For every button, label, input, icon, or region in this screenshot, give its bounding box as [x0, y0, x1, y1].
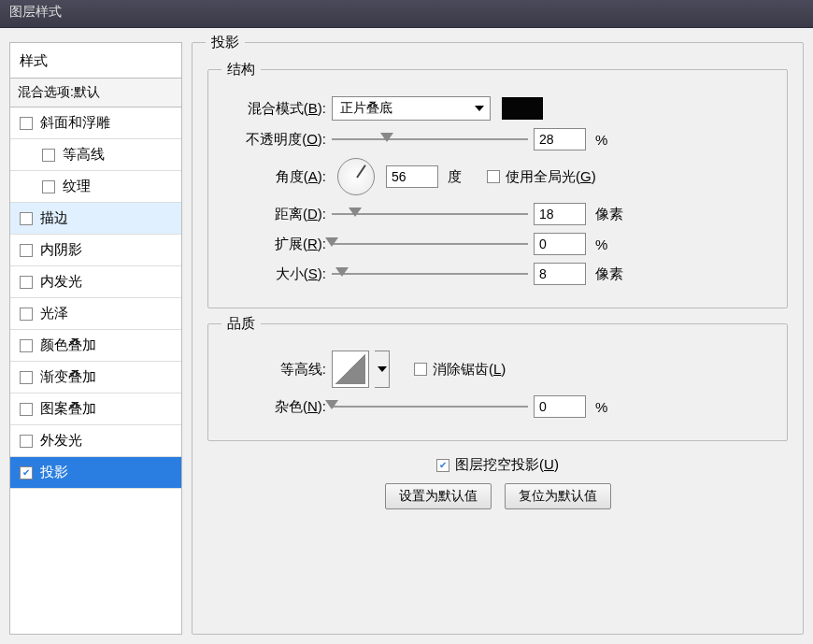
structure-group: 结构 混合模式(B): 正片叠底 不透明度(O):	[207, 69, 788, 308]
style-item-label: 颜色叠加	[40, 336, 96, 354]
spread-unit: %	[595, 236, 629, 252]
distance-unit: 像素	[595, 206, 629, 223]
chevron-down-icon	[378, 366, 387, 372]
style-item[interactable]: 内发光	[10, 266, 181, 298]
slider-thumb[interactable]	[380, 133, 393, 142]
style-item[interactable]: 投影	[10, 457, 181, 489]
style-item-label: 斜面和浮雕	[40, 114, 110, 132]
checkbox-icon	[414, 363, 427, 376]
checkbox-icon[interactable]	[20, 403, 33, 416]
dialog-body: 样式 混合选项:默认 斜面和浮雕等高线纹理描边内阴影内发光光泽颜色叠加渐变叠加图…	[0, 28, 813, 644]
size-unit: 像素	[595, 265, 629, 283]
window-titlebar: 图层样式	[0, 0, 813, 28]
styles-sidebar: 样式 混合选项:默认 斜面和浮雕等高线纹理描边内阴影内发光光泽颜色叠加渐变叠加图…	[9, 42, 182, 635]
style-item-label: 描边	[40, 209, 68, 227]
style-item[interactable]: 渐变叠加	[10, 362, 181, 394]
checkbox-icon[interactable]	[20, 371, 33, 384]
antialias-checkbox[interactable]: 消除锯齿(L)	[414, 361, 506, 379]
style-item[interactable]: 等高线	[10, 139, 181, 171]
quality-group: 品质 等高线: 消除锯齿(L) 杂色(N):	[207, 323, 788, 441]
noise-label: 杂色(N):	[223, 398, 326, 416]
checkbox-icon[interactable]	[20, 212, 33, 225]
noise-slider[interactable]	[332, 398, 528, 415]
sidebar-header: 样式	[10, 43, 181, 78]
slider-thumb[interactable]	[325, 237, 338, 247]
angle-needle	[356, 165, 366, 178]
angle-dial[interactable]	[337, 158, 375, 195]
distance-slider[interactable]	[332, 206, 528, 222]
shadow-color-swatch[interactable]	[502, 97, 543, 120]
size-input[interactable]	[534, 263, 586, 285]
distance-label: 距离(D):	[223, 206, 326, 223]
style-item-label: 内发光	[40, 273, 82, 291]
contour-preview-icon	[335, 354, 365, 384]
angle-label: 角度(A):	[223, 168, 326, 186]
style-item[interactable]: 内阴影	[10, 235, 181, 266]
opacity-input[interactable]	[534, 128, 586, 150]
style-item[interactable]: 纹理	[10, 171, 181, 203]
blend-mode-label: 混合模式(B):	[223, 100, 326, 118]
style-item[interactable]: 斜面和浮雕	[10, 107, 181, 139]
opacity-unit: %	[595, 132, 629, 148]
quality-title: 品质	[221, 315, 261, 333]
effect-title: 投影	[206, 34, 245, 51]
set-default-button[interactable]: 设置为默认值	[385, 483, 492, 509]
contour-row: 等高线: 消除锯齿(L)	[223, 351, 772, 388]
size-row: 大小(S): 像素	[223, 263, 772, 285]
style-item[interactable]: 描边	[10, 203, 181, 235]
reset-default-button[interactable]: 复位为默认值	[505, 483, 611, 509]
distance-row: 距离(D): 像素	[223, 203, 772, 225]
noise-unit: %	[595, 399, 629, 415]
style-item-label: 图案叠加	[40, 400, 96, 418]
angle-input[interactable]	[386, 165, 438, 188]
contour-picker[interactable]	[332, 351, 369, 388]
main-panel: 投影 结构 混合模式(B): 正片叠底 不透明度(O):	[192, 42, 804, 635]
knockout-checkbox[interactable]: 图层挖空投影(U)	[436, 456, 559, 474]
angle-unit: 度	[448, 168, 481, 186]
checkbox-icon[interactable]	[20, 244, 33, 257]
checkbox-icon[interactable]	[42, 149, 55, 162]
checkbox-icon[interactable]	[20, 466, 33, 479]
style-item-label: 等高线	[63, 146, 105, 164]
size-slider[interactable]	[332, 265, 528, 282]
knockout-row: 图层挖空投影(U)	[200, 456, 795, 474]
style-item[interactable]: 外发光	[10, 425, 181, 457]
use-global-light-checkbox[interactable]: 使用全局光(G)	[487, 168, 596, 186]
angle-row: 角度(A): 度 使用全局光(G)	[223, 158, 772, 195]
style-item-label: 渐变叠加	[40, 368, 96, 386]
slider-thumb[interactable]	[335, 267, 349, 277]
checkbox-icon[interactable]	[20, 276, 33, 289]
spread-row: 扩展(R): %	[223, 233, 772, 255]
checkbox-icon	[487, 170, 500, 183]
sidebar-blend-options[interactable]: 混合选项:默认	[10, 78, 181, 107]
style-item[interactable]: 颜色叠加	[10, 330, 181, 362]
checkbox-icon[interactable]	[20, 339, 33, 352]
style-item[interactable]: 光泽	[10, 298, 181, 330]
blend-mode-select[interactable]: 正片叠底	[332, 96, 491, 121]
checkbox-icon[interactable]	[20, 308, 33, 321]
distance-input[interactable]	[534, 203, 586, 225]
structure-title: 结构	[221, 61, 261, 79]
noise-input[interactable]	[534, 395, 586, 418]
style-item-label: 投影	[40, 464, 68, 481]
slider-thumb[interactable]	[349, 208, 362, 217]
spread-input[interactable]	[534, 233, 586, 255]
style-item-label: 光泽	[40, 305, 68, 322]
contour-dropdown[interactable]	[375, 351, 390, 388]
blend-mode-value: 正片叠底	[340, 100, 392, 117]
checkbox-icon[interactable]	[42, 180, 55, 193]
spread-slider[interactable]	[332, 236, 528, 252]
checkbox-icon[interactable]	[20, 435, 33, 448]
checkbox-icon[interactable]	[20, 117, 33, 130]
opacity-slider[interactable]	[332, 131, 528, 148]
opacity-row: 不透明度(O): %	[223, 128, 772, 150]
default-buttons-row: 设置为默认值 复位为默认值	[200, 483, 795, 509]
style-item-label: 纹理	[63, 178, 91, 195]
chevron-down-icon	[475, 106, 484, 111]
style-item-label: 内阴影	[40, 241, 82, 259]
spread-label: 扩展(R):	[223, 236, 326, 253]
window-title: 图层样式	[9, 4, 62, 19]
style-item[interactable]: 图案叠加	[10, 394, 181, 425]
slider-thumb[interactable]	[325, 400, 338, 409]
styles-list: 斜面和浮雕等高线纹理描边内阴影内发光光泽颜色叠加渐变叠加图案叠加外发光投影	[10, 107, 181, 634]
